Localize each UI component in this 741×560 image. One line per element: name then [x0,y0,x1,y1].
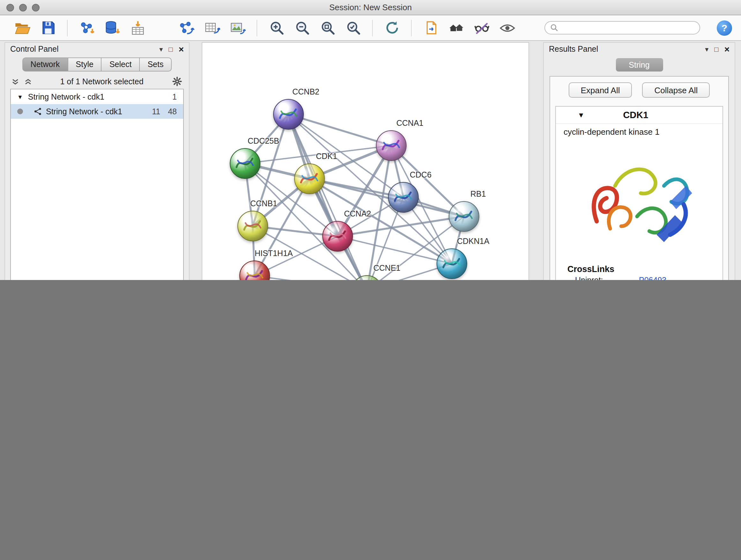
collapse-all-tree-button[interactable] [24,78,32,85]
network-node-cdkn1a[interactable] [436,248,467,279]
save-icon [40,20,56,36]
search-input[interactable] [562,23,694,32]
export-image-icon [229,19,246,36]
panel-float-icon[interactable]: □ [714,46,718,53]
network-node-label: CCNA1 [396,119,423,128]
protein-ribbon-thumbnail [389,183,418,212]
network-node-label: CCNB2 [292,87,320,97]
network-node-label: CCNE1 [374,264,401,273]
export-network-button[interactable] [177,18,196,37]
selection-summary: 1 of 1 Network selected [32,77,172,86]
protein-ribbon-thumbnail [449,202,479,231]
network-node-ccne1[interactable] [352,275,382,280]
panel-close-icon[interactable]: × [179,45,184,54]
network-collection-row[interactable]: ▼ String Network - cdk1 1 [11,89,183,104]
tab-sets[interactable]: Sets [140,57,172,71]
refresh-view-button[interactable] [382,18,401,37]
protein-ribbon-thumbnail [323,222,352,251]
expand-all-button[interactable]: Expand All [569,82,632,98]
panel-menu-icon[interactable]: ▾ [705,46,709,53]
database-icon [104,19,121,36]
network-edge[interactable] [310,179,464,216]
network-node-label: CCNA2 [344,209,371,219]
crosslink-label: Uniprot: [575,276,639,280]
import-table-button[interactable] [128,18,147,37]
protein-ribbon-thumbnail [240,261,269,280]
zoom-in-button[interactable] [267,18,286,37]
gene-card-header[interactable]: ▼ CDK1 [556,107,723,124]
network-node-hist1h1a[interactable] [239,260,270,280]
protein-structure-image [578,143,700,259]
tree-expand-icon[interactable]: ▼ [17,94,23,100]
tab-string[interactable]: String [616,58,663,71]
network-item-row[interactable]: String Network - cdk1 11 48 [11,104,183,119]
export-table-button[interactable] [202,18,221,37]
copy-document-button[interactable] [421,18,441,37]
zoom-out-button[interactable] [292,18,312,37]
import-network-file-button[interactable] [77,18,96,37]
network-node-ccnb2[interactable] [273,99,304,130]
protein-ribbon-thumbnail [437,249,467,278]
protein-ribbon-thumbnail [352,276,382,280]
panel-float-icon[interactable]: □ [169,46,173,53]
network-edge[interactable] [255,276,367,280]
protein-ribbon-thumbnail [274,100,303,129]
network-edge-count: 48 [168,107,177,116]
help-button[interactable]: ? [717,20,732,36]
export-image-button[interactable] [228,18,247,37]
panel-menu-icon[interactable]: ▾ [159,46,163,53]
main-toolbar: ? [0,15,741,41]
import-network-database-button[interactable] [103,18,122,37]
network-node-ccna2[interactable] [322,221,353,252]
zoom-in-icon [268,20,284,36]
neighbors-button[interactable] [447,18,466,37]
tab-select[interactable]: Select [102,57,140,71]
export-network-icon [178,19,195,36]
eye-icon [499,19,516,36]
network-node-cdc6[interactable] [388,182,419,212]
network-view: CCNB2CCNA1CDC25BCDK1CDC6RB1CCNB1CCNA2CDK… [202,42,529,280]
control-panel-title: Control Panel [10,45,59,54]
crosslinks-list: Uniprot:P06493GeneCard:P06493Compartment… [556,274,723,280]
network-node-label: CDK1 [316,152,337,161]
zoom-selected-icon [345,20,361,36]
open-session-button[interactable] [13,18,32,37]
network-selection-row: 1 of 1 Network selected [11,76,183,87]
expand-all-tree-button[interactable] [11,78,19,85]
network-node-cdk1[interactable] [294,164,325,194]
export-table-icon [204,19,220,36]
collapse-all-button[interactable]: Collapse All [643,82,710,98]
network-canvas[interactable]: CCNB2CCNA1CDC25BCDK1CDC6RB1CCNB1CCNA2CDK… [202,43,529,280]
network-node-label: CCNB1 [250,199,277,208]
panel-close-icon[interactable]: × [724,45,730,54]
protein-ribbon-thumbnail [377,131,406,160]
network-edge[interactable] [288,114,391,145]
network-node-label: CDC25B [248,137,279,145]
current-network-dot [17,109,23,114]
show-all-button[interactable] [498,18,517,37]
network-item-label: String Network - cdk1 [46,107,122,116]
collapse-gene-icon[interactable]: ▼ [578,111,585,119]
search-field[interactable] [544,21,700,35]
network-options-gear-button[interactable] [172,76,183,87]
hide-selected-button[interactable] [472,18,491,37]
network-tree: ▼ String Network - cdk1 1 String Network… [10,89,184,280]
network-share-icon [34,107,42,116]
tab-style[interactable]: Style [68,57,102,71]
results-panel: Results Panel ▾ □ × String Expand All Co… [543,42,735,280]
save-session-button[interactable] [38,18,57,37]
network-node-rb1[interactable] [449,201,479,232]
network-node-label: RB1 [470,190,486,199]
network-node-cdc25b[interactable] [230,148,260,179]
toolbar-separator [411,19,412,36]
zoom-out-icon [294,20,310,36]
app-window: Session: New Session ? Control Panel [0,0,741,280]
zoom-selected-button[interactable] [343,18,362,37]
network-node-ccna1[interactable] [376,130,407,161]
crosslink-link[interactable]: P06493 [639,276,666,280]
zoom-fit-button[interactable] [318,18,337,37]
tab-network[interactable]: Network [22,57,68,71]
toolbar-separator [67,19,68,36]
string-results-box: Expand All Collapse All ▼ CDK1 cyclin-de… [549,76,729,280]
network-node-ccnb1[interactable] [238,211,268,241]
